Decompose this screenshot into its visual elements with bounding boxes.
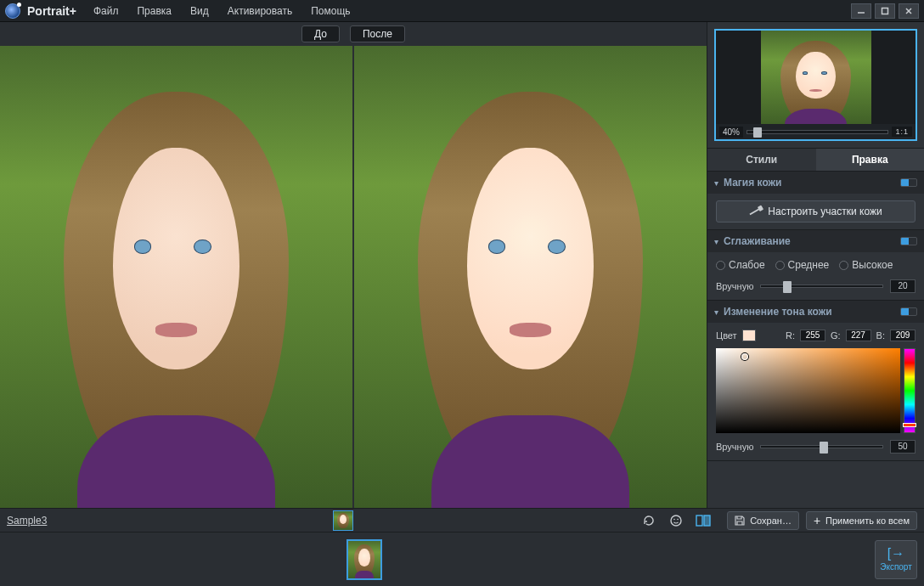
- section-smoothing: Сглаживание Слабое Среднее Высокое Вручн…: [707, 230, 924, 301]
- svg-point-4: [671, 516, 681, 526]
- zoom-1to1-button[interactable]: 1:1: [892, 127, 912, 137]
- before-image: [0, 46, 352, 508]
- compare-view-button[interactable]: [693, 511, 713, 530]
- skin-magic-header[interactable]: Магия кожи: [707, 172, 924, 194]
- smoothing-toggle[interactable]: [900, 237, 917, 245]
- close-icon: [904, 7, 913, 15]
- compare-labels: До После: [0, 22, 707, 46]
- before-label-button[interactable]: До: [301, 25, 340, 42]
- g-value[interactable]: 227: [846, 330, 871, 341]
- menu-edit[interactable]: Правка: [137, 5, 172, 17]
- radio-icon: [716, 261, 725, 270]
- filmstrip: [→ Экспорт: [0, 532, 924, 586]
- skin-tone-manual-label: Вручную: [716, 442, 753, 452]
- smoothing-manual-label: Вручную: [716, 281, 753, 291]
- workspace: До После 40% 1:1: [0, 22, 924, 508]
- save-icon: [735, 516, 745, 526]
- close-button[interactable]: [899, 3, 919, 19]
- right-panel: 40% 1:1 Стили Правка Магия кожи Настроит…: [707, 22, 924, 508]
- filmstrip-thumbnail[interactable]: [346, 539, 382, 580]
- smoothing-value[interactable]: 20: [890, 279, 916, 293]
- export-button[interactable]: [→ Экспорт: [875, 540, 917, 579]
- plus-icon: +: [814, 515, 820, 527]
- smoothing-medium-label: Среднее: [788, 259, 830, 271]
- rotate-button[interactable]: [639, 511, 659, 530]
- tab-styles[interactable]: Стили: [707, 149, 816, 171]
- after-label-button[interactable]: После: [350, 25, 405, 42]
- tab-edit[interactable]: Правка: [816, 149, 925, 171]
- skin-tone-manual-row: Вручную 50: [716, 440, 916, 454]
- navigator-preview[interactable]: 40% 1:1: [714, 29, 917, 141]
- smoothing-high-label: Высокое: [852, 259, 893, 271]
- smoothing-medium-radio[interactable]: Среднее: [775, 259, 830, 271]
- canvas-area: До После: [0, 22, 707, 508]
- smoothing-header[interactable]: Сглаживание: [707, 230, 924, 252]
- menu-activate[interactable]: Активировать: [228, 5, 292, 17]
- compare-images: [0, 46, 707, 508]
- svg-rect-8: [704, 516, 710, 526]
- app-logo-icon: [5, 3, 20, 19]
- export-label: Экспорт: [880, 562, 912, 572]
- skin-tone-header[interactable]: Изменение тона кожи: [707, 301, 924, 323]
- svg-point-5: [673, 518, 675, 520]
- maximize-button[interactable]: [875, 3, 895, 19]
- panel-tabs: Стили Правка: [707, 148, 924, 172]
- r-value[interactable]: 255: [800, 330, 825, 341]
- smoothing-slider[interactable]: [760, 285, 883, 288]
- smoothing-low-label: Слабое: [729, 259, 765, 271]
- apply-all-label: Применить ко всем: [825, 516, 910, 526]
- menu-help[interactable]: Помощь: [311, 5, 350, 17]
- g-label: G:: [831, 330, 841, 341]
- minimize-button[interactable]: [851, 3, 871, 19]
- menu-file[interactable]: Файл: [93, 5, 119, 17]
- maximize-icon: [881, 7, 889, 15]
- smoothing-high-radio[interactable]: Высокое: [839, 259, 893, 271]
- r-label: R:: [786, 330, 795, 341]
- skin-tone-toggle[interactable]: [900, 307, 917, 316]
- brush-icon: [750, 208, 761, 216]
- apply-all-button[interactable]: + Применить ко всем: [806, 511, 917, 530]
- window-controls: [851, 3, 919, 19]
- smoothing-low-radio[interactable]: Слабое: [716, 259, 765, 271]
- save-button[interactable]: Сохран…: [727, 511, 799, 530]
- rotate-icon: [642, 514, 656, 527]
- smoothing-manual-row: Вручную 20: [716, 279, 916, 293]
- skin-tone-slider[interactable]: [760, 445, 883, 448]
- color-picker: [716, 348, 916, 433]
- after-image: [354, 46, 707, 508]
- skin-magic-toggle[interactable]: [900, 178, 917, 187]
- b-value[interactable]: 209: [890, 330, 916, 341]
- after-pane[interactable]: [354, 46, 707, 508]
- smoothing-title: Сглаживание: [724, 235, 791, 247]
- smile-icon: [669, 514, 683, 527]
- color-label: Цвет: [716, 330, 737, 341]
- b-label: B:: [876, 330, 885, 341]
- svg-point-6: [677, 518, 679, 520]
- skin-tone-color-row: Цвет R: 255 G: 227 B: 209: [716, 330, 916, 341]
- face-selector-thumb[interactable]: [333, 510, 353, 531]
- skin-tone-value[interactable]: 50: [890, 440, 916, 454]
- saturation-value-area[interactable]: [716, 348, 900, 433]
- adjust-skin-areas-button[interactable]: Настроить участки кожи: [716, 200, 916, 223]
- section-skin-tone: Изменение тона кожи Цвет R: 255 G: 227 B…: [707, 301, 924, 461]
- status-bar: Sample3 Сохран… + Применить ко всем: [0, 508, 924, 532]
- menu-view[interactable]: Вид: [190, 5, 209, 17]
- skin-tone-title: Изменение тона кожи: [724, 306, 832, 318]
- sample-name-link[interactable]: Sample3: [7, 515, 47, 527]
- radio-icon: [775, 261, 785, 270]
- svg-rect-7: [696, 516, 702, 526]
- navigator-thumbnail: [761, 31, 871, 128]
- zoom-value: 40%: [719, 127, 743, 138]
- skin-magic-title: Магия кожи: [724, 177, 781, 189]
- color-swatch[interactable]: [742, 330, 756, 341]
- export-icon: [→: [887, 547, 904, 561]
- app-title: Portrait+: [27, 4, 76, 18]
- menu-bar: Файл Правка Вид Активировать Помощь: [93, 5, 351, 17]
- face-detect-button[interactable]: [666, 511, 686, 530]
- hue-slider[interactable]: [904, 348, 916, 433]
- before-pane[interactable]: [0, 46, 352, 508]
- smoothing-presets: Слабое Среднее Высокое: [716, 259, 916, 271]
- zoom-slider[interactable]: [747, 130, 888, 134]
- zoom-bar: 40% 1:1: [716, 124, 916, 139]
- section-skin-magic: Магия кожи Настроить участки кожи: [707, 172, 924, 230]
